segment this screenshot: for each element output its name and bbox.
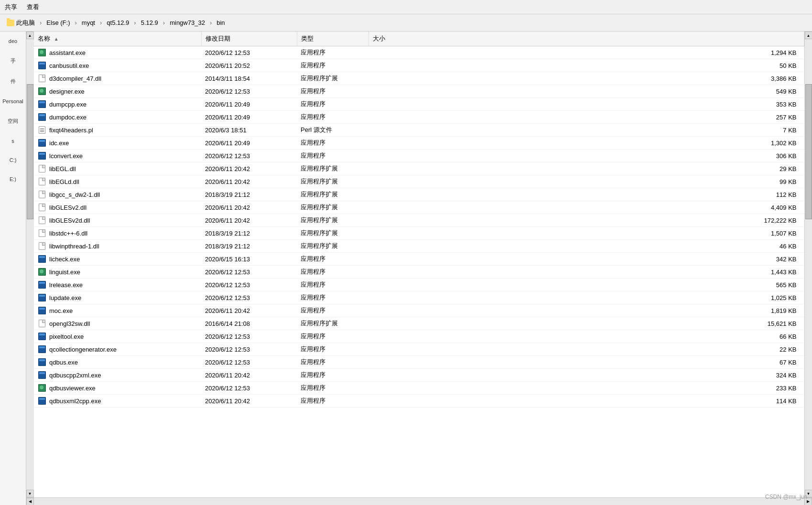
scroll-track-left[interactable] — [26, 39, 34, 490]
file-date: 2020/6/15 16:13 — [201, 253, 297, 266]
table-row[interactable]: qdbusxml2cpp.exe2020/6/11 20:42应用程序114 K… — [34, 395, 804, 408]
breadcrumb-drive[interactable]: Else (F:) — [44, 18, 72, 27]
file-date: 2020/6/12 12:53 — [201, 46, 297, 59]
exe-icon — [38, 281, 46, 289]
table-row[interactable]: fixqt4headers.pl2020/6/3 18:51Perl 源文件7 … — [34, 124, 804, 137]
breadcrumb-qt[interactable]: qt5.12.9 — [105, 18, 131, 27]
file-name-cell: pixeltool.exe — [34, 330, 201, 343]
table-row[interactable]: pixeltool.exe2020/6/12 12:53应用程序66 KB — [34, 330, 804, 343]
scroll-track-bottom[interactable] — [34, 498, 804, 505]
sidebar-item-e[interactable]: E:) — [0, 174, 26, 184]
sidebar-item-c[interactable]: C:) — [0, 155, 26, 165]
file-kind: 应用程序 — [297, 46, 368, 59]
table-row[interactable]: assistant.exe2020/6/12 12:53应用程序1,294 KB — [34, 46, 804, 59]
table-row[interactable]: libgcc_s_dw2-1.dll2018/3/19 21:12应用程序扩展1… — [34, 188, 804, 201]
file-size: 324 KB — [368, 369, 804, 382]
sidebar-item-file[interactable]: 件 — [0, 76, 26, 87]
bottom-scrollbar[interactable]: ◀ ▶ — [26, 497, 812, 505]
header-name[interactable]: 名称 ▲ — [34, 32, 201, 46]
scroll-left-btn[interactable]: ◀ — [26, 498, 34, 505]
scroll-up-btn[interactable]: ▲ — [26, 32, 34, 39]
table-row[interactable]: designer.exe2020/6/12 12:53应用程序549 KB — [34, 85, 804, 98]
breadcrumb-myqt[interactable]: myqt — [80, 18, 97, 27]
file-name-label: licheck.exe — [49, 256, 80, 263]
breadcrumb-sep-6: › — [210, 19, 212, 26]
table-row[interactable]: d3dcompiler_47.dll2014/3/11 18:54应用程序扩展3… — [34, 72, 804, 85]
table-row[interactable]: linguist.exe2020/6/12 12:53应用程序1,443 KB — [34, 266, 804, 279]
sidebar-item-space[interactable]: 空间 — [0, 116, 26, 127]
file-date: 2018/3/19 21:12 — [201, 188, 297, 201]
file-name-label: qdbus.exe — [49, 359, 78, 366]
table-row[interactable]: canbusutil.exe2020/6/11 20:52应用程序50 KB — [34, 59, 804, 72]
table-row[interactable]: dumpcpp.exe2020/6/11 20:49应用程序353 KB — [34, 98, 804, 111]
file-name-label: idc.exe — [49, 140, 69, 147]
exe-icon — [38, 100, 46, 108]
file-date: 2020/6/11 20:42 — [201, 395, 297, 408]
file-kind: 应用程序 — [297, 356, 368, 369]
table-row[interactable]: dumpdoc.exe2020/6/11 20:49应用程序257 KB — [34, 111, 804, 124]
table-row[interactable]: lrelease.exe2020/6/12 12:53应用程序565 KB — [34, 279, 804, 291]
file-kind: 应用程序扩展 — [297, 72, 368, 85]
file-date: 2020/6/11 20:42 — [201, 201, 297, 214]
breadcrumb-version[interactable]: 5.12.9 — [139, 18, 160, 27]
file-size: 112 KB — [368, 188, 804, 201]
exe-icon — [38, 397, 46, 405]
sidebar-item-deo[interactable]: deo — [0, 36, 26, 46]
file-size: 15,621 KB — [368, 317, 804, 330]
breadcrumb-bin[interactable]: bin — [215, 18, 227, 27]
scroll-down-btn[interactable]: ▼ — [26, 490, 34, 497]
table-row[interactable]: lupdate.exe2020/6/12 12:53应用程序1,025 KB — [34, 291, 804, 304]
file-kind: 应用程序 — [297, 395, 368, 408]
file-name-cell: moc.exe — [34, 304, 201, 317]
file-name-label: libwinpthread-1.dll — [49, 243, 99, 250]
menu-share[interactable]: 共享 — [5, 3, 17, 11]
dll-icon — [39, 229, 45, 237]
table-row[interactable]: libstdc++-6.dll2018/3/19 21:12应用程序扩展1,50… — [34, 227, 804, 240]
scroll-thumb-right[interactable] — [805, 84, 812, 219]
file-kind: 应用程序 — [297, 279, 368, 291]
table-row[interactable]: licheck.exe2020/6/15 16:13应用程序342 KB — [34, 253, 804, 266]
table-row[interactable]: opengl32sw.dll2016/6/14 21:08应用程序扩展15,62… — [34, 317, 804, 330]
sidebar-item-personal[interactable]: Personal — [0, 97, 26, 106]
scroll-track-right[interactable] — [805, 39, 812, 490]
file-name-cell: libGLESv2d.dll — [34, 214, 201, 227]
file-size: 342 KB — [368, 253, 804, 266]
table-row[interactable]: libEGLd.dll2020/6/11 20:42应用程序扩展99 KB — [34, 175, 804, 188]
file-name-label: qcollectiongenerator.exe — [49, 346, 117, 353]
breadcrumb-pc[interactable]: 此电脑 — [5, 18, 37, 28]
file-kind: 应用程序 — [297, 137, 368, 150]
scroll-thumb-left[interactable] — [27, 84, 33, 219]
file-name-cell: libEGL.dll — [34, 162, 201, 175]
table-row[interactable]: lconvert.exe2020/6/12 12:53应用程序306 KB — [34, 150, 804, 162]
breadcrumb-mingw[interactable]: mingw73_32 — [168, 18, 207, 27]
table-row[interactable]: qdbusviewer.exe2020/6/12 12:53应用程序233 KB — [34, 382, 804, 395]
table-row[interactable]: libGLESv2.dll2020/6/11 20:42应用程序扩展4,409 … — [34, 201, 804, 214]
file-date: 2020/6/12 12:53 — [201, 330, 297, 343]
table-row[interactable]: libGLESv2d.dll2020/6/11 20:42应用程序扩展172,2… — [34, 214, 804, 227]
file-date: 2020/6/11 20:42 — [201, 369, 297, 382]
scroll-right-up-btn[interactable]: ▲ — [805, 32, 812, 39]
right-scrollbar[interactable]: ▲ ▼ — [804, 32, 812, 497]
left-scrollbar[interactable]: ▲ ▼ — [26, 32, 34, 497]
file-name-cell: libGLESv2.dll — [34, 201, 201, 214]
file-name-label: qdbusviewer.exe — [49, 385, 96, 392]
sidebar-item-hand[interactable]: 手 — [0, 55, 26, 66]
file-name-cell: qdbusviewer.exe — [34, 382, 201, 395]
table-row[interactable]: qcollectiongenerator.exe2020/6/12 12:53应… — [34, 343, 804, 356]
table-row[interactable]: idc.exe2020/6/11 20:49应用程序1,302 KB — [34, 137, 804, 150]
menu-view[interactable]: 查看 — [27, 3, 39, 11]
file-name-label: opengl32sw.dll — [49, 320, 90, 327]
file-date: 2020/6/11 20:42 — [201, 175, 297, 188]
exe-icon — [38, 345, 46, 353]
sidebar-item-s[interactable]: s — [0, 136, 26, 146]
table-row[interactable]: libwinpthread-1.dll2018/3/19 21:12应用程序扩展… — [34, 240, 804, 253]
file-name-label: libGLESv2d.dll — [49, 217, 90, 224]
table-row[interactable]: qdbuscpp2xml.exe2020/6/11 20:42应用程序324 K… — [34, 369, 804, 382]
dll-icon — [39, 204, 45, 211]
header-date[interactable]: 修改日期 — [201, 32, 297, 46]
file-name-cell: lconvert.exe — [34, 150, 201, 162]
table-row[interactable]: qdbus.exe2020/6/12 12:53应用程序67 KB — [34, 356, 804, 369]
dll-icon — [39, 320, 45, 327]
table-row[interactable]: libEGL.dll2020/6/11 20:42应用程序扩展29 KB — [34, 162, 804, 175]
table-row[interactable]: moc.exe2020/6/11 20:42应用程序1,819 KB — [34, 304, 804, 317]
